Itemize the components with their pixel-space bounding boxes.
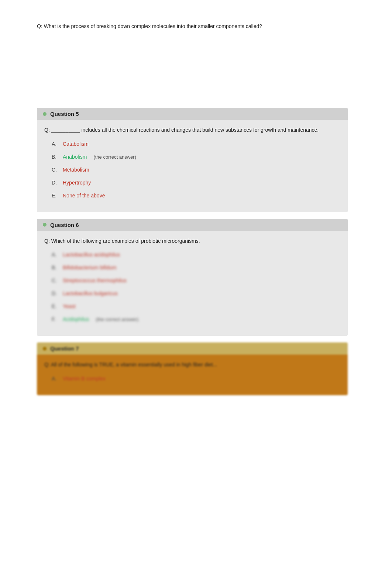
option-5d-text: Hypertrophy — [63, 179, 91, 187]
q5-text: __________ includes all the chemical rea… — [50, 127, 319, 133]
option-6f-text: Acidophilus — [63, 315, 89, 323]
option-5a-letter: A. — [52, 140, 59, 148]
q6-prefix: Q: — [44, 238, 50, 244]
option-5d-letter: D. — [52, 179, 59, 187]
option-6f-correct-label: (the correct answer) — [96, 316, 139, 323]
option-5a-text: Catabolism — [63, 140, 89, 148]
option-6a-letter: A. — [52, 251, 59, 259]
option-7a-text: Vitamin B complex — [63, 375, 106, 383]
option-5b-correct-label: (the correct answer) — [93, 154, 136, 161]
question-5-dot — [43, 112, 47, 116]
option-6e-text: Yeast — [63, 303, 76, 310]
option-6c: C. Streptococcus thermophilus — [52, 277, 340, 284]
option-5e-letter: E. — [52, 192, 59, 200]
intro-question-prefix: Q: — [37, 23, 42, 29]
option-6c-text: Streptococcus thermophilus — [63, 277, 127, 284]
question-7-title: Question 7 — [50, 345, 79, 352]
question-5-body: Q: __________ includes all the chemical … — [37, 120, 348, 212]
option-6f: F. Acidophilus (the correct answer) — [52, 315, 340, 323]
question-6-text: Q: Which of the following are examples o… — [44, 237, 340, 245]
question-5-text: Q: __________ includes all the chemical … — [44, 126, 340, 134]
option-5b-letter: B. — [52, 153, 59, 161]
option-6a: A. Lactobacillus acidophilus — [52, 251, 340, 259]
option-6d: D. Lactobacillus bulgaricus — [52, 290, 340, 297]
intro-question-text: What is the process of breaking down com… — [42, 23, 262, 29]
question-7-block: Question 7 Q: All of the following is TR… — [37, 342, 348, 395]
question-7-header: Question 7 — [37, 342, 348, 355]
question-6-options: A. Lactobacillus acidophilus B. Bifidoba… — [44, 251, 340, 323]
option-5c-text: Metabolism — [63, 166, 89, 174]
question-5-options: A. Catabolism B. Anabolism (the correct … — [44, 140, 340, 200]
option-5b-text: Anabolism — [63, 153, 87, 161]
option-5e-text: None of the above — [63, 192, 105, 200]
q6-text: Which of the following are examples of p… — [50, 238, 200, 244]
question-7-dot — [43, 347, 47, 351]
question-7-options: A. Vitamin B complex — [44, 375, 340, 383]
option-5e: E. None of the above — [52, 192, 340, 200]
option-6b-letter: B. — [52, 264, 59, 272]
option-5d: D. Hypertrophy — [52, 179, 340, 187]
question-7-body: Q: All of the following is TRUE, a vitam… — [37, 355, 348, 395]
question-6-block: Question 6 Q: Which of the following are… — [37, 219, 348, 336]
page: Q: What is the process of breaking down … — [0, 0, 392, 419]
question-5-block: Question 5 Q: __________ includes all th… — [37, 108, 348, 212]
question-6-title: Question 6 — [50, 222, 79, 228]
option-5b: B. Anabolism (the correct answer) — [52, 153, 340, 161]
question-6-header: Question 6 — [37, 219, 348, 231]
option-6e: E. Yeast — [52, 303, 340, 310]
option-6f-letter: F. — [52, 315, 59, 323]
option-5a: A. Catabolism — [52, 140, 340, 148]
question-6-dot — [43, 223, 47, 227]
option-6d-text: Lactobacillus bulgaricus — [63, 290, 118, 297]
option-6a-text: Lactobacillus acidophilus — [63, 251, 120, 259]
question-5-title: Question 5 — [50, 111, 79, 117]
option-5c: C. Metabolism — [52, 166, 340, 174]
question-5-header: Question 5 — [37, 108, 348, 120]
option-6d-letter: D. — [52, 290, 59, 297]
option-6e-letter: E. — [52, 303, 59, 310]
option-6c-letter: C. — [52, 277, 59, 284]
option-5c-letter: C. — [52, 166, 59, 174]
question-6-body: Q: Which of the following are examples o… — [37, 231, 348, 336]
option-7a: A. Vitamin B complex — [52, 375, 340, 383]
option-6b-text: Bifidobacterium bifidum — [63, 264, 117, 272]
intro-question: Q: What is the process of breaking down … — [37, 22, 348, 30]
q5-prefix: Q: — [44, 127, 50, 133]
option-6b: B. Bifidobacterium bifidum — [52, 264, 340, 272]
option-7a-letter: A. — [52, 375, 59, 383]
question-7-text: Q: All of the following is TRUE, a vitam… — [44, 361, 340, 369]
spacer — [37, 41, 348, 108]
